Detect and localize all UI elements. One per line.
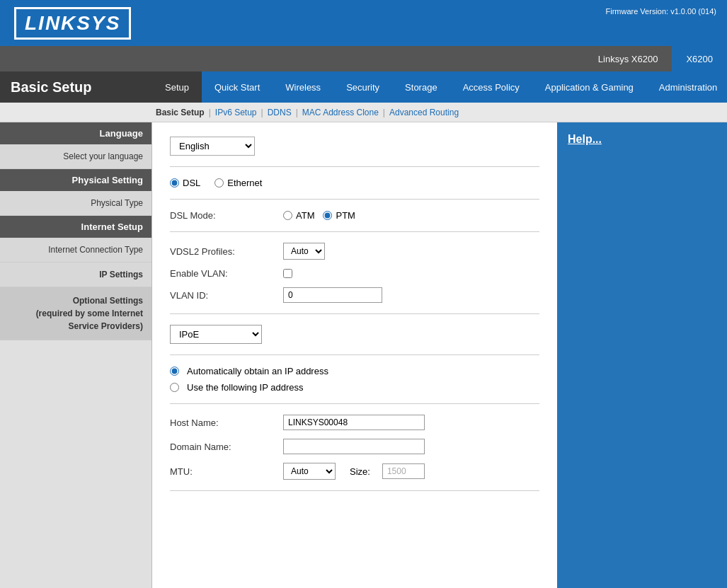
- mtu-label: MTU:: [170, 466, 283, 477]
- domain-name-input[interactable]: [283, 439, 425, 454]
- connection-type-select[interactable]: IPoE PPPoE PPTP L2TP: [170, 325, 262, 344]
- nav-item-security[interactable]: Security: [333, 71, 392, 103]
- sub-nav-basic-setup[interactable]: Basic Setup: [156, 108, 205, 117]
- device-tab-linksys[interactable]: Linksys X6200: [584, 46, 672, 71]
- sidebar-item-optional-settings: Optional Settings(required by some Inter…: [0, 287, 151, 340]
- nav-item-access-policy[interactable]: Access Policy: [450, 71, 532, 103]
- enable-vlan-checkbox[interactable]: [283, 269, 292, 278]
- device-tabs: Linksys X6200 X6200: [0, 46, 727, 71]
- ip-auto-radio[interactable]: [170, 367, 179, 376]
- dsl-mode-label: DSL Mode:: [170, 210, 283, 221]
- sidebar-section-physical: Physical Setting: [0, 169, 151, 191]
- device-tab-x6200[interactable]: X6200: [672, 46, 727, 71]
- language-section: English French Spanish German: [170, 137, 539, 156]
- sub-nav: Basic Setup | IPv6 Setup | DDNS | MAC Ad…: [0, 103, 727, 122]
- sub-nav-ipv6[interactable]: IPv6 Setup: [215, 108, 257, 117]
- help-link[interactable]: Help...: [568, 133, 602, 145]
- divider-3: [170, 231, 539, 232]
- dsl-mode-atm-label[interactable]: ATM: [283, 210, 314, 221]
- top-header: LINKSYS Firmware Version: v1.0.00 (014): [0, 0, 727, 46]
- physical-type-ethernet-radio[interactable]: [214, 178, 224, 188]
- dsl-mode-controls: ATM PTM: [283, 210, 355, 221]
- vdsl2-profiles-row: VDSL2 Profiles: Auto 8a 17a: [170, 243, 539, 260]
- help-panel: Help...: [557, 122, 727, 588]
- sidebar-item-select-language: Select your language: [0, 144, 151, 169]
- nav-item-administration[interactable]: Administration: [646, 71, 727, 103]
- domain-name-row: Domain Name:: [170, 439, 539, 454]
- nav-bar: Basic Setup Setup Quick Start Wireless S…: [0, 71, 727, 103]
- physical-type-ethernet-label[interactable]: Ethernet: [214, 178, 262, 188]
- page-title: Basic Setup: [0, 71, 152, 103]
- mtu-size-label: Size:: [350, 466, 370, 477]
- ip-manual-label[interactable]: Use the following IP address: [170, 382, 539, 393]
- host-name-row: Host Name:: [170, 415, 539, 430]
- logo: LINKSYS: [14, 7, 131, 40]
- vlan-id-input[interactable]: [283, 287, 382, 303]
- vdsl2-profiles-select[interactable]: Auto 8a 17a: [283, 243, 325, 260]
- nav-item-storage[interactable]: Storage: [392, 71, 450, 103]
- dsl-mode-atm-radio[interactable]: [283, 211, 292, 220]
- host-name-label: Host Name:: [170, 417, 283, 428]
- divider-5: [170, 354, 539, 355]
- ip-auto-text: Automatically obtain an IP address: [187, 366, 328, 376]
- divider-1: [170, 166, 539, 167]
- sub-nav-mac-clone[interactable]: MAC Address Clone: [302, 108, 379, 117]
- connection-type-row: IPoE PPPoE PPTP L2TP: [170, 325, 539, 344]
- mtu-size-input[interactable]: [382, 463, 425, 479]
- vlan-id-row: VLAN ID:: [170, 287, 539, 303]
- host-name-input[interactable]: [283, 415, 425, 430]
- divider-7: [170, 490, 539, 491]
- nav-item-wireless[interactable]: Wireless: [273, 71, 333, 103]
- dsl-mode-ptm-label[interactable]: PTM: [323, 210, 355, 221]
- sidebar: Language Select your language Physical S…: [0, 122, 152, 588]
- sidebar-section-internet: Internet Setup: [0, 216, 151, 238]
- ip-manual-radio[interactable]: [170, 383, 179, 392]
- firmware-version: Firmware Version: v1.0.00 (014): [605, 7, 716, 16]
- divider-4: [170, 313, 539, 314]
- dsl-mode-ptm-radio[interactable]: [323, 211, 332, 220]
- dsl-mode-ptm-text: PTM: [336, 210, 355, 221]
- mtu-controls: Auto Manual Size:: [283, 463, 425, 480]
- vlan-id-label: VLAN ID:: [170, 290, 283, 301]
- domain-name-label: Domain Name:: [170, 442, 283, 452]
- enable-vlan-row: Enable VLAN:: [170, 268, 539, 279]
- divider-2: [170, 199, 539, 200]
- sub-nav-advanced-routing[interactable]: Advanced Routing: [389, 108, 459, 117]
- physical-type-dsl-radio[interactable]: [170, 178, 179, 188]
- ip-auto-label[interactable]: Automatically obtain an IP address: [170, 366, 539, 376]
- dsl-mode-row: DSL Mode: ATM PTM: [170, 210, 539, 221]
- language-select[interactable]: English French Spanish German: [170, 137, 255, 156]
- mtu-select[interactable]: Auto Manual: [283, 463, 336, 480]
- sidebar-item-physical-type: Physical Type: [0, 191, 151, 216]
- sidebar-item-connection-type: Internet Connection Type: [0, 238, 151, 263]
- nav-item-setup[interactable]: Setup: [152, 71, 202, 103]
- physical-type-dsl-text: DSL: [183, 178, 200, 188]
- enable-vlan-label: Enable VLAN:: [170, 268, 283, 279]
- sidebar-item-ip-settings: IP Settings: [0, 263, 151, 287]
- nav-item-app-gaming[interactable]: Application & Gaming: [532, 71, 646, 103]
- nav-items: Setup Quick Start Wireless Security Stor…: [152, 71, 727, 103]
- main-layout: Language Select your language Physical S…: [0, 122, 727, 588]
- nav-item-quickstart[interactable]: Quick Start: [202, 71, 273, 103]
- physical-type-ethernet-text: Ethernet: [227, 178, 262, 188]
- divider-6: [170, 403, 539, 404]
- physical-type-dsl-label[interactable]: DSL: [170, 178, 200, 188]
- sub-nav-ddns[interactable]: DDNS: [268, 108, 292, 117]
- dsl-mode-atm-text: ATM: [296, 210, 314, 221]
- vdsl2-profiles-label: VDSL2 Profiles:: [170, 246, 283, 257]
- sidebar-section-language: Language: [0, 122, 151, 144]
- mtu-row: MTU: Auto Manual Size:: [170, 463, 539, 480]
- content-area: English French Spanish German DSL Ethern…: [152, 122, 557, 588]
- physical-type-group: DSL Ethernet: [170, 178, 539, 188]
- ip-settings-section: Automatically obtain an IP address Use t…: [170, 366, 539, 393]
- ip-manual-text: Use the following IP address: [187, 382, 304, 393]
